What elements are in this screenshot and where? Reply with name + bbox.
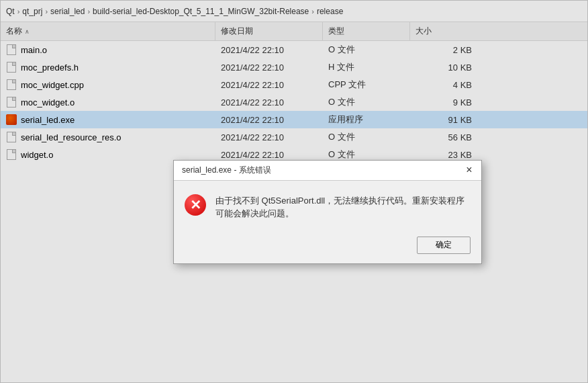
dialog-titlebar: serial_led.exe - 系统错误 ×	[174, 161, 481, 181]
dialog-message: 由于找不到 Qt5SerialPort.dll，无法继续执行代码。重新安装程序可…	[215, 194, 471, 220]
dialog-footer: 确定	[174, 231, 481, 263]
error-dialog: serial_led.exe - 系统错误 × ✕ 由于找不到 Qt5Seria…	[173, 160, 482, 264]
dialog-ok-button[interactable]: 确定	[417, 237, 471, 254]
dialog-close-button[interactable]: ×	[462, 163, 476, 177]
dialog-overlay: serial_led.exe - 系统错误 × ✕ 由于找不到 Qt5Seria…	[0, 0, 588, 383]
error-icon: ✕	[185, 194, 206, 216]
dialog-title: serial_led.exe - 系统错误	[182, 165, 271, 176]
dialog-content: ✕ 由于找不到 Qt5SerialPort.dll，无法继续执行代码。重新安装程…	[174, 181, 481, 231]
